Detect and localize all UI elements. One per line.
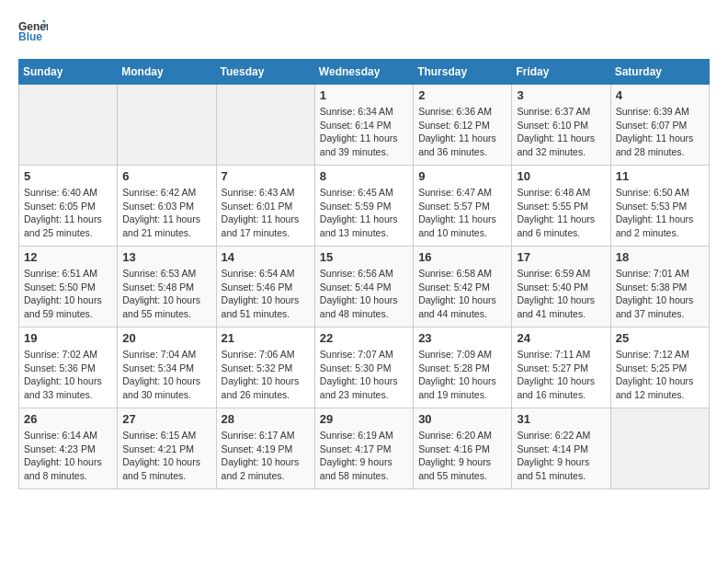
day-number: 12 [24, 250, 112, 264]
weekday-header: Thursday [414, 60, 512, 85]
weekday-header: Wednesday [314, 60, 413, 85]
day-info: Sunrise: 6:40 AMSunset: 6:05 PMDaylight:… [24, 186, 112, 240]
day-info: Sunrise: 6:56 AMSunset: 5:44 PMDaylight:… [320, 267, 408, 321]
day-number: 27 [122, 412, 210, 426]
calendar-cell: 6Sunrise: 6:42 AMSunset: 6:03 PMDaylight… [118, 166, 216, 247]
day-number: 4 [616, 88, 704, 102]
calendar-cell: 16Sunrise: 6:58 AMSunset: 5:42 PMDayligh… [414, 247, 512, 327]
day-number: 29 [320, 412, 408, 426]
day-info: Sunrise: 6:42 AMSunset: 6:03 PMDaylight:… [122, 186, 210, 240]
day-info: Sunrise: 6:48 AMSunset: 5:55 PMDaylight:… [517, 186, 605, 240]
calendar-cell: 10Sunrise: 6:48 AMSunset: 5:55 PMDayligh… [512, 166, 610, 247]
calendar-cell: 8Sunrise: 6:45 AMSunset: 5:59 PMDaylight… [314, 166, 413, 247]
day-number: 10 [517, 169, 605, 183]
day-info: Sunrise: 6:47 AMSunset: 5:57 PMDaylight:… [418, 186, 506, 240]
day-number: 7 [222, 169, 310, 183]
calendar-cell [610, 408, 709, 489]
calendar-cell: 28Sunrise: 6:17 AMSunset: 4:19 PMDayligh… [216, 408, 314, 489]
calendar-cell: 25Sunrise: 7:12 AMSunset: 5:25 PMDayligh… [610, 327, 709, 408]
day-number: 20 [122, 331, 210, 345]
svg-text:Blue: Blue [18, 30, 42, 43]
day-number: 28 [222, 412, 310, 426]
day-number: 16 [418, 250, 506, 264]
calendar-cell: 5Sunrise: 6:40 AMSunset: 6:05 PMDaylight… [19, 166, 118, 247]
calendar-table: SundayMondayTuesdayWednesdayThursdayFrid… [18, 59, 710, 489]
calendar-cell: 19Sunrise: 7:02 AMSunset: 5:36 PMDayligh… [19, 327, 118, 408]
weekday-header: Monday [118, 60, 216, 85]
weekday-header: Friday [512, 60, 610, 85]
calendar-cell: 15Sunrise: 6:56 AMSunset: 5:44 PMDayligh… [314, 247, 413, 327]
day-number: 17 [517, 250, 605, 264]
calendar-cell: 26Sunrise: 6:14 AMSunset: 4:23 PMDayligh… [19, 408, 118, 489]
calendar-cell: 27Sunrise: 6:15 AMSunset: 4:21 PMDayligh… [118, 408, 216, 489]
day-number: 18 [616, 250, 704, 264]
calendar-cell: 24Sunrise: 7:11 AMSunset: 5:27 PMDayligh… [512, 327, 610, 408]
day-number: 3 [517, 88, 605, 102]
day-info: Sunrise: 7:06 AMSunset: 5:32 PMDaylight:… [222, 348, 310, 402]
day-info: Sunrise: 6:45 AMSunset: 5:59 PMDaylight:… [320, 186, 408, 240]
calendar-week-row: 1Sunrise: 6:34 AMSunset: 6:14 PMDaylight… [19, 85, 710, 166]
calendar-week-row: 26Sunrise: 6:14 AMSunset: 4:23 PMDayligh… [19, 408, 710, 489]
day-info: Sunrise: 6:59 AMSunset: 5:40 PMDaylight:… [517, 267, 605, 321]
day-number: 8 [320, 169, 408, 183]
day-number: 22 [320, 331, 408, 345]
calendar-cell: 17Sunrise: 6:59 AMSunset: 5:40 PMDayligh… [512, 247, 610, 327]
day-info: Sunrise: 6:54 AMSunset: 5:46 PMDaylight:… [222, 267, 310, 321]
day-number: 26 [24, 412, 112, 426]
day-info: Sunrise: 6:43 AMSunset: 6:01 PMDaylight:… [222, 186, 310, 240]
calendar-cell: 31Sunrise: 6:22 AMSunset: 4:14 PMDayligh… [512, 408, 610, 489]
day-info: Sunrise: 6:36 AMSunset: 6:12 PMDaylight:… [418, 105, 506, 159]
logo: General Blue [18, 18, 51, 44]
day-info: Sunrise: 6:50 AMSunset: 5:53 PMDaylight:… [616, 186, 704, 240]
day-number: 30 [418, 412, 506, 426]
day-info: Sunrise: 7:01 AMSunset: 5:38 PMDaylight:… [616, 267, 704, 321]
day-info: Sunrise: 6:53 AMSunset: 5:48 PMDaylight:… [122, 267, 210, 321]
calendar-cell: 18Sunrise: 7:01 AMSunset: 5:38 PMDayligh… [610, 247, 709, 327]
calendar-cell: 29Sunrise: 6:19 AMSunset: 4:17 PMDayligh… [314, 408, 413, 489]
calendar-cell: 2Sunrise: 6:36 AMSunset: 6:12 PMDaylight… [414, 85, 512, 166]
calendar-cell: 22Sunrise: 7:07 AMSunset: 5:30 PMDayligh… [314, 327, 413, 408]
calendar-cell: 14Sunrise: 6:54 AMSunset: 5:46 PMDayligh… [216, 247, 314, 327]
calendar-cell [118, 85, 216, 166]
day-number: 13 [122, 250, 210, 264]
day-info: Sunrise: 7:12 AMSunset: 5:25 PMDaylight:… [616, 348, 704, 402]
calendar-week-row: 19Sunrise: 7:02 AMSunset: 5:36 PMDayligh… [19, 327, 710, 408]
day-number: 21 [222, 331, 310, 345]
day-number: 11 [616, 169, 704, 183]
calendar-cell: 21Sunrise: 7:06 AMSunset: 5:32 PMDayligh… [216, 327, 314, 408]
calendar-cell [19, 85, 118, 166]
calendar-cell: 12Sunrise: 6:51 AMSunset: 5:50 PMDayligh… [19, 247, 118, 327]
day-number: 1 [320, 88, 408, 102]
day-info: Sunrise: 6:39 AMSunset: 6:07 PMDaylight:… [616, 105, 704, 159]
day-number: 2 [418, 88, 506, 102]
page-header: General Blue [18, 18, 710, 44]
day-number: 23 [418, 331, 506, 345]
calendar-cell: 13Sunrise: 6:53 AMSunset: 5:48 PMDayligh… [118, 247, 216, 327]
day-info: Sunrise: 7:04 AMSunset: 5:34 PMDaylight:… [122, 348, 210, 402]
day-info: Sunrise: 6:37 AMSunset: 6:10 PMDaylight:… [517, 105, 605, 159]
logo-icon: General Blue [18, 18, 48, 44]
day-number: 5 [24, 169, 112, 183]
day-number: 9 [418, 169, 506, 183]
day-info: Sunrise: 6:19 AMSunset: 4:17 PMDaylight:… [320, 429, 408, 483]
day-info: Sunrise: 7:02 AMSunset: 5:36 PMDaylight:… [24, 348, 112, 402]
calendar-cell: 7Sunrise: 6:43 AMSunset: 6:01 PMDaylight… [216, 166, 314, 247]
weekday-header: Tuesday [216, 60, 314, 85]
calendar-cell: 3Sunrise: 6:37 AMSunset: 6:10 PMDaylight… [512, 85, 610, 166]
day-number: 25 [616, 331, 704, 345]
calendar-cell [216, 85, 314, 166]
day-info: Sunrise: 6:17 AMSunset: 4:19 PMDaylight:… [222, 429, 310, 483]
day-info: Sunrise: 6:15 AMSunset: 4:21 PMDaylight:… [122, 429, 210, 483]
day-info: Sunrise: 7:09 AMSunset: 5:28 PMDaylight:… [418, 348, 506, 402]
day-number: 6 [122, 169, 210, 183]
day-number: 14 [222, 250, 310, 264]
calendar-cell: 4Sunrise: 6:39 AMSunset: 6:07 PMDaylight… [610, 85, 709, 166]
day-info: Sunrise: 6:58 AMSunset: 5:42 PMDaylight:… [418, 267, 506, 321]
calendar-cell: 11Sunrise: 6:50 AMSunset: 5:53 PMDayligh… [610, 166, 709, 247]
day-number: 19 [24, 331, 112, 345]
day-info: Sunrise: 6:51 AMSunset: 5:50 PMDaylight:… [24, 267, 112, 321]
calendar-week-row: 5Sunrise: 6:40 AMSunset: 6:05 PMDaylight… [19, 166, 710, 247]
calendar-cell: 23Sunrise: 7:09 AMSunset: 5:28 PMDayligh… [414, 327, 512, 408]
day-info: Sunrise: 6:14 AMSunset: 4:23 PMDaylight:… [24, 429, 112, 483]
day-info: Sunrise: 7:07 AMSunset: 5:30 PMDaylight:… [320, 348, 408, 402]
